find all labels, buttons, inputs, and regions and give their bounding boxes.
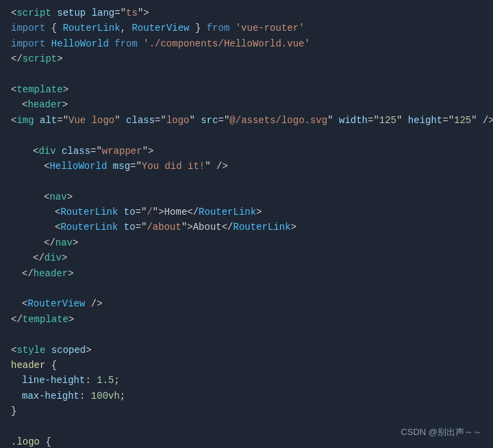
code-line-20: <RouterView /> [0, 296, 493, 311]
code-line-3: import HelloWorld from './components/Hel… [0, 36, 493, 51]
code-line-13: <nav> [0, 189, 493, 205]
code-line-21: </template> [0, 312, 493, 327]
code-line-27: } [0, 404, 493, 419]
code-line-15: <RouterLink to="/about"> About </RouterL… [0, 220, 493, 235]
code-line-2: import { RouterLink , RouterView } from … [0, 21, 493, 36]
code-line-17: </div> [0, 250, 493, 265]
code-line-23: <style scoped> [0, 343, 493, 358]
code-line-11: <HelloWorld msg="You did it!" /> [0, 159, 493, 174]
code-line-19 [0, 281, 493, 296]
code-line-5 [0, 67, 493, 82]
code-line-4: </script> [0, 51, 493, 66]
code-line-24: header { [0, 358, 493, 373]
code-line-1: <script setup lang="ts"> [0, 5, 493, 21]
code-line-25: line-height : 1.5 ; [0, 373, 493, 388]
code-line-14: <RouterLink to="/"> Home </RouterLink> [0, 205, 493, 220]
watermark: CSDN @别出声～～ [401, 425, 482, 440]
code-line-16: </nav> [0, 235, 493, 250]
code-editor: <script setup lang="ts"> import { Router… [0, 0, 493, 448]
code-line-12 [0, 174, 493, 189]
code-line-7: <header> [0, 97, 493, 112]
code-line-18: </header> [0, 266, 493, 281]
code-line-10: <div class="wrapper"> [0, 144, 493, 159]
code-line-9 [0, 128, 493, 143]
code-line-8: <img alt="Vue logo" class="logo" src="@/… [0, 113, 493, 128]
code-line-6: <template> [0, 82, 493, 97]
code-line-26: max-height : 100vh ; [0, 388, 493, 404]
code-line-22 [0, 327, 493, 342]
